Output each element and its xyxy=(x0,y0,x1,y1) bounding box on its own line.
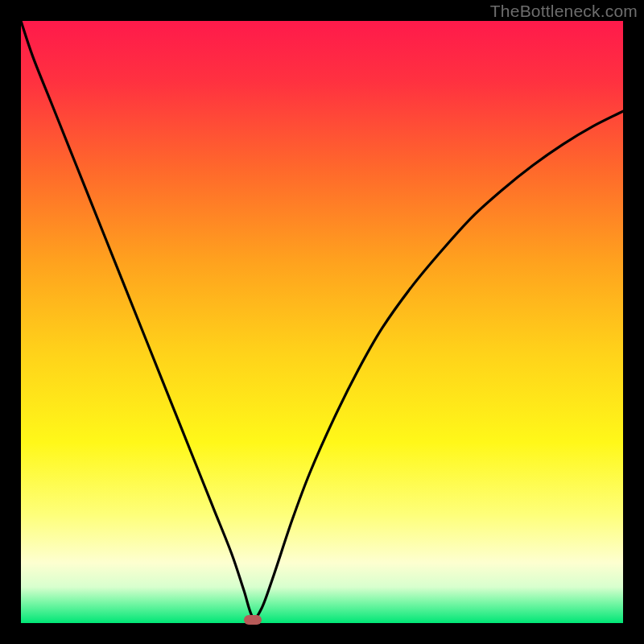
gradient-background xyxy=(21,21,623,623)
chart-frame xyxy=(21,21,623,623)
chart-canvas xyxy=(21,21,623,623)
minimum-marker xyxy=(244,615,262,625)
watermark-text: TheBottleneck.com xyxy=(490,2,638,21)
